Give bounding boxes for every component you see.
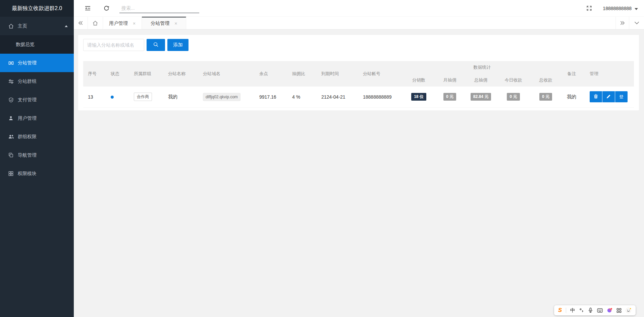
tabs-scroll-left-icon[interactable]	[74, 17, 88, 29]
group-permission-icon	[8, 134, 14, 139]
tab-label: 分站管理	[151, 20, 169, 27]
status-dot	[111, 96, 114, 99]
cell-remark: 我的	[562, 87, 581, 107]
collapse-sidebar-icon[interactable]	[83, 4, 92, 13]
pencil-icon	[606, 94, 611, 100]
trash-icon	[594, 94, 598, 100]
sidebar-item-label: 支付管理	[18, 97, 37, 103]
arrow-up-icon	[65, 25, 68, 27]
sidebar-item-group-permission[interactable]: 群组权限	[0, 127, 74, 146]
caret-down-icon	[635, 6, 638, 11]
ime-divider	[566, 308, 566, 313]
cell-account: 18888888889	[358, 87, 402, 107]
cell-distributors: 18 位	[402, 87, 435, 107]
app-title: 最新独立收款进群2.0	[0, 0, 74, 17]
today-income-badge: 0 元	[507, 93, 520, 101]
add-button[interactable]: 添加	[167, 39, 189, 51]
sidebar-item-label: 权限模块	[18, 171, 37, 177]
cell-expire: 2124-04-21	[317, 87, 358, 107]
topbar: 18888888888	[74, 0, 644, 17]
cell-manage: 登	[581, 87, 634, 107]
col-rate: 抽拥比	[287, 61, 317, 87]
tabs-scroll-right-icon[interactable]	[615, 17, 629, 29]
emoji-icon[interactable]	[626, 307, 632, 313]
delete-button[interactable]	[590, 91, 602, 102]
sidebar-item-label: 数据总览	[16, 42, 35, 48]
close-icon[interactable]: ×	[174, 21, 177, 26]
site-groups-icon	[8, 79, 14, 84]
fullscreen-icon[interactable]	[585, 4, 593, 13]
col-remark: 备注	[562, 61, 581, 87]
sidebar-item-label: 导航管理	[18, 152, 37, 158]
punctuation-icon[interactable]	[579, 308, 584, 313]
account-phone: 18888888888	[603, 6, 632, 11]
skin-theme-icon[interactable]	[607, 308, 612, 313]
keyboard-icon[interactable]	[597, 308, 603, 313]
account-dropdown[interactable]: 18888888888	[603, 6, 639, 11]
cell-total-commission: 82.84 元	[465, 87, 497, 107]
tab-users[interactable]: 用户管理 ×	[103, 17, 142, 29]
cell-total-income: 0 元	[530, 87, 562, 107]
search-button[interactable]	[147, 39, 165, 51]
sogou-logo-icon[interactable]: S	[558, 307, 562, 314]
col-total-income: 总收款	[530, 74, 562, 87]
login-button[interactable]: 登	[615, 91, 628, 102]
distributors-badge: 18 位	[411, 93, 426, 101]
edit-button[interactable]	[602, 91, 615, 102]
cell-balance: 9917.16	[255, 87, 287, 107]
month-commission-badge: 0 元	[443, 93, 456, 101]
cell-group: 合作商	[129, 87, 163, 107]
sidebar-item-data-overview[interactable]: 数据总览	[0, 35, 74, 54]
payment-icon	[8, 97, 14, 103]
sidebar-item-label: 分站群组	[18, 78, 37, 85]
tabs-menu-icon[interactable]	[629, 17, 644, 29]
col-today-income: 今日收款	[497, 74, 530, 87]
cell-rate: 4 %	[287, 87, 317, 107]
sidebar-item-home[interactable]: 主页	[0, 17, 74, 35]
global-search-input[interactable]	[119, 4, 199, 13]
tab-label: 用户管理	[109, 20, 128, 27]
col-month-commission: 月抽佣	[435, 74, 465, 87]
content-area: 添加 序号 状态 所属群组 分站名称 分站域名 余点	[74, 30, 644, 317]
sidebar-item-users[interactable]: 用户管理	[0, 109, 74, 127]
domain-pill: dlffjq02.qkvip.com	[203, 93, 240, 101]
sidebar-item-payment[interactable]: 支付管理	[0, 91, 74, 109]
site-filter-input[interactable]	[83, 39, 144, 51]
tabbar-spacer	[186, 17, 615, 29]
sites-icon	[8, 60, 14, 66]
sidebar-item-permission-modules[interactable]: 权限模块	[0, 164, 74, 183]
close-icon[interactable]: ×	[133, 21, 136, 26]
tab-site-management[interactable]: 分站管理 ×	[142, 17, 186, 29]
chinese-mode-icon[interactable]: 中	[570, 307, 575, 314]
tab-home-icon[interactable]	[88, 17, 103, 29]
col-status: 状态	[106, 61, 129, 87]
col-total-commission: 总抽佣	[465, 74, 497, 87]
total-income-badge: 0 元	[539, 93, 552, 101]
total-commission-badge: 82.84 元	[471, 93, 491, 101]
sidebar-item-label: 群组权限	[18, 134, 37, 140]
col-domain: 分站域名	[198, 61, 255, 87]
cell-today-income: 0 元	[497, 87, 530, 107]
col-expire: 到期时间	[317, 61, 358, 87]
col-group-stats: 数据统计	[402, 61, 562, 74]
col-group: 所属群组	[129, 61, 163, 87]
sidebar-item-label: 分站管理	[18, 60, 37, 66]
col-seq: 序号	[83, 61, 106, 87]
cell-seq: 13	[83, 87, 106, 107]
main-area: 18888888888 用户管理 × 分站管理 ×	[74, 0, 644, 317]
topbar-right: 18888888888	[585, 4, 639, 13]
toolbox-icon[interactable]	[616, 308, 622, 313]
site-list-card: 添加 序号 状态 所属群组 分站名称 分站域名 余点	[78, 35, 639, 110]
ime-taskbar: S 中	[554, 305, 636, 315]
user-icon	[8, 116, 14, 121]
sidebar-item-site-groups[interactable]: 分站群组	[0, 72, 74, 91]
mic-icon[interactable]	[588, 308, 593, 313]
group-tag: 合作商	[134, 93, 152, 101]
sidebar-item-site-management[interactable]: 分站管理	[0, 54, 74, 72]
modules-icon	[8, 171, 14, 176]
refresh-icon[interactable]	[102, 4, 111, 13]
cell-status	[106, 87, 129, 107]
sidebar-item-navigation[interactable]: 导航管理	[0, 146, 74, 164]
nav-icon	[8, 153, 14, 158]
col-site-name: 分站名称	[163, 61, 198, 87]
